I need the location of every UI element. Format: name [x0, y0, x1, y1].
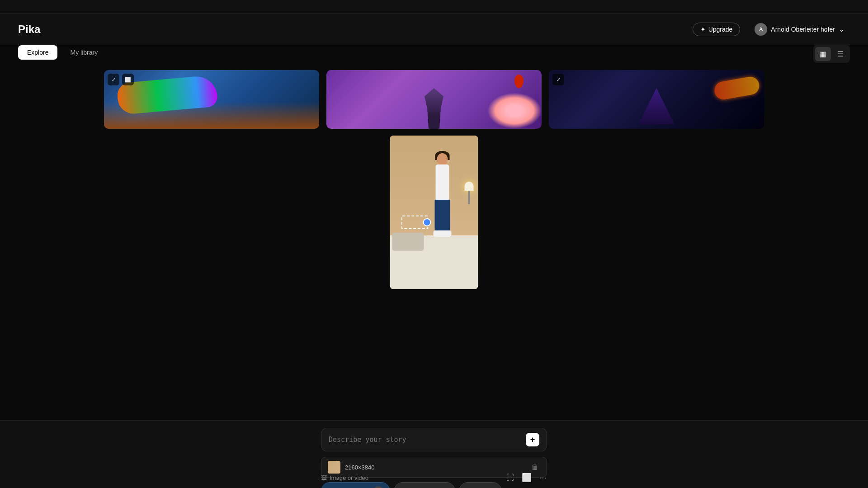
delete-image-button[interactable]: 🗑 — [529, 461, 540, 473]
settings-button[interactable]: ⋯ — [539, 473, 547, 483]
video-thumbnail-2 — [326, 70, 542, 129]
upgrade-button[interactable]: ✦ Upgrade — [693, 23, 741, 36]
pagoda-decoration — [638, 88, 675, 124]
user-menu[interactable]: A Arnold Oberleiter hofer ⌄ — [749, 20, 850, 38]
card-expand-button-3[interactable]: ⤢ — [552, 74, 564, 85]
card-expand-button-1[interactable]: ⤢ — [108, 74, 119, 85]
video-card-2[interactable] — [326, 70, 542, 129]
cherry-blossom-decoration — [487, 93, 542, 129]
header: Pika ✦ Upgrade A Arnold Oberleiter hofer… — [0, 14, 868, 45]
girl-silhouette-decoration — [420, 88, 448, 129]
utility-row: 🖼 Image or video ⛶ ⬜ ⋯ — [321, 473, 547, 483]
video-card-3[interactable]: ⤢ × — [549, 70, 764, 129]
person-pants — [434, 200, 450, 231]
logo: Pika — [18, 23, 40, 36]
video-grid: ⤢ ⬜ ⤡ ⤢ × — [104, 70, 764, 129]
top-bar — [0, 0, 868, 14]
nav-tabs: Explore My library — [18, 45, 107, 60]
image-video-toggle[interactable]: 🖼 Image or video — [321, 474, 368, 481]
settings-icon: ⋯ — [539, 473, 547, 482]
chevron-down-icon: ⌄ — [839, 25, 844, 33]
prompt-bar: + — [321, 428, 547, 451]
fullscreen-button[interactable]: ⛶ — [506, 473, 514, 483]
selection-handle[interactable] — [423, 218, 431, 226]
utility-icons: ⛶ ⬜ ⋯ — [506, 473, 547, 483]
avatar: A — [755, 23, 767, 36]
lamp-pole — [468, 191, 470, 204]
camera-button[interactable]: ⬜ — [522, 473, 532, 483]
video-thumbnail-3 — [549, 70, 764, 129]
selection-box[interactable] — [401, 216, 429, 229]
neon-dragon-decoration — [713, 75, 760, 101]
tab-my-library[interactable]: My library — [61, 45, 107, 60]
prompt-add-button[interactable]: + — [526, 433, 539, 446]
modify-region-button[interactable]: ◎ Modify region × — [321, 482, 390, 488]
view-toggle: ▦ ☰ — [813, 45, 850, 63]
card-option-button-1[interactable]: ⬜ — [122, 74, 134, 85]
lip-sync-button[interactable]: ◎ Lip sync — [459, 482, 502, 488]
card-controls-1: ⤢ ⬜ — [108, 74, 134, 85]
main-image — [390, 136, 478, 289]
list-view-button[interactable]: ☰ — [833, 47, 848, 61]
lamp-head — [465, 182, 474, 191]
person-body — [435, 164, 449, 201]
sofa-decoration — [392, 233, 424, 251]
camera-icon: ⬜ — [522, 473, 532, 482]
user-name: Arnold Oberleiter hofer — [771, 26, 835, 33]
lamp-decoration — [465, 182, 474, 204]
person-head — [437, 153, 448, 166]
image-icon: 🖼 — [321, 474, 327, 481]
image-thumbnail-mini — [328, 461, 340, 474]
video-card-1[interactable]: ⤢ ⬜ ⤡ — [104, 70, 319, 129]
person-shoes — [433, 230, 451, 237]
image-video-label: Image or video — [330, 474, 368, 481]
main-image-container — [390, 136, 478, 289]
tools-row: ◎ Modify region × ⊡ Expand canvas ◎ Lip … — [321, 482, 547, 488]
upgrade-label: Upgrade — [708, 26, 733, 33]
grid-icon: ▦ — [820, 50, 826, 58]
video-thumbnail-1 — [104, 70, 319, 129]
list-icon: ☰ — [837, 50, 844, 58]
prompt-input[interactable] — [329, 436, 526, 444]
modify-region-close-button[interactable]: × — [373, 486, 383, 488]
lantern-decoration — [514, 75, 524, 88]
expand-canvas-button[interactable]: ⊡ Expand canvas — [394, 482, 455, 488]
plus-icon: + — [530, 435, 535, 445]
image-size-text: 2160×3840 — [345, 464, 374, 471]
fullscreen-icon: ⛶ — [506, 473, 514, 482]
upgrade-star-icon: ✦ — [700, 26, 706, 33]
tab-explore[interactable]: Explore — [18, 45, 57, 60]
person-figure — [429, 151, 456, 241]
trash-icon: 🗑 — [531, 463, 538, 471]
grid-view-button[interactable]: ▦ — [815, 47, 831, 61]
